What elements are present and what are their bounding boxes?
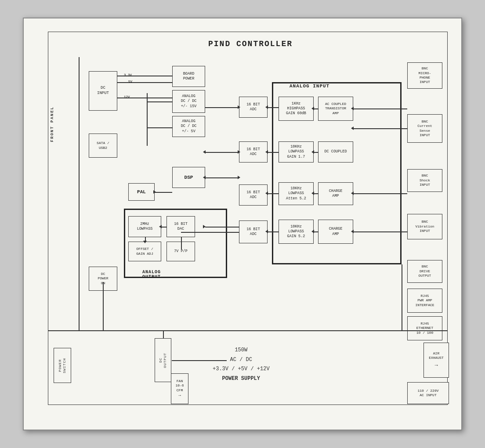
- lowpass2-block: 10KHzLOWPASSAtten 5.2: [279, 182, 314, 205]
- adc4-block: 16 BITADC: [239, 220, 268, 243]
- lowpass1-block: 10KHzLOWPASSGAIN 1.7: [279, 141, 314, 163]
- adc3-block: 16 BITADC: [239, 184, 268, 206]
- dc-coupled-block: DC COUPLED: [318, 141, 353, 163]
- bnc-vibration-block: BNCVibrationINPUT: [407, 214, 442, 239]
- pal-block: PAL: [128, 183, 155, 201]
- analog-dc-15-block: ANALOGDC / DC+/- 15V: [172, 90, 205, 113]
- board-power-block: BOARDPOWER: [172, 66, 205, 87]
- adc2-block: 16 BITADC: [239, 141, 268, 163]
- sata-usb2-block: SATA /USB2: [89, 134, 117, 158]
- dc-input-block: DCINPUT: [89, 71, 117, 111]
- main-title: PIND CONTROLLER: [208, 40, 293, 48]
- highpass-block: 1KHzHIGHPASSGAIN 60dB: [279, 97, 314, 121]
- dac-block: 16 BITDAC: [166, 216, 195, 237]
- voltage-33-label: 3.3V: [124, 73, 132, 77]
- dc-output-block: DCOUTPUT: [155, 338, 171, 382]
- bnc-current-block: BNCCurrentSenseINPUT: [407, 114, 442, 143]
- lowpass-2mhz-block: 2MHzLOWPASS: [128, 216, 161, 237]
- ac-input-block: 110 / 220VAC INPUT: [407, 382, 449, 404]
- fan-block: FAN 10-6 CFM →: [171, 373, 188, 404]
- offset-gain-block: OFFSET /GAIN ADJ: [128, 242, 161, 261]
- rj45-pwr-block: RJ45PWR AMPINTERFACE: [407, 289, 442, 313]
- charge-amp1-block: CHARGEAMP: [318, 182, 353, 205]
- dsp-block: DSP: [172, 167, 205, 188]
- ac-coupled-block: AC COUPLEDTRANSISTORAMP: [318, 97, 353, 121]
- bnc-mic-block: BNCMICRO-PHONEINPUT: [407, 62, 442, 89]
- power-switch-block: POWERSWITCH: [54, 348, 71, 383]
- analog-dc-5-block: ANALOGDC / DC+/- 5V: [172, 116, 205, 137]
- voltage-5-label: 5V: [128, 80, 132, 83]
- analog-output-label: ANALOGOUTPUT: [142, 270, 161, 279]
- charge-amp2-block: CHARGEAMP: [318, 220, 353, 244]
- bnc-drive-block: BNCDRIVEOUTPUT: [407, 260, 442, 283]
- front-panel-label: FRONT PANEL: [50, 106, 54, 142]
- air-exhaust-block: AIR EXHAUST →: [423, 343, 449, 378]
- rj45-eth-block: RJ45ETHERNET10 / 100: [407, 316, 442, 340]
- lowpass3-block: 10KHzLOWPASSGAIN 5.2: [279, 220, 314, 244]
- voltage-12-label: 12V: [124, 95, 130, 99]
- bnc-shock-block: BNCShockINPUT: [407, 169, 442, 192]
- adc1-block: 16 BITADC: [239, 97, 268, 118]
- main-page: PIND CONTROLLER FRONT PANEL DCINPUT BOAR…: [23, 18, 462, 430]
- power-supply-text: 150W AC / DC +3.3V / +5V / +12V POWER SU…: [213, 346, 270, 383]
- analog-input-label: ANALOG INPUT: [290, 83, 329, 89]
